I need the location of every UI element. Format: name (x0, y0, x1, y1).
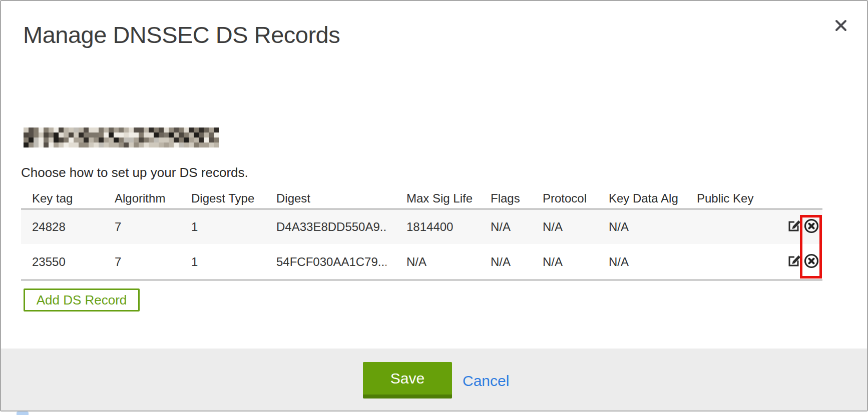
redacted-domain (24, 128, 219, 148)
page-title: Manage DNSSEC DS Records (23, 21, 340, 48)
cell-protocol: N/A (523, 244, 589, 280)
screen: Manage DNSSEC DS Records Choose how to s… (0, 0, 868, 415)
col-header-digest-type: Digest Type (171, 188, 256, 209)
cell-algorithm: 7 (95, 209, 171, 244)
delete-record-button[interactable] (803, 218, 819, 236)
cancel-link[interactable]: Cancel (463, 372, 509, 390)
cell-flags: N/A (471, 209, 523, 244)
close-button[interactable] (830, 15, 852, 37)
cell-key-data-alg: N/A (589, 244, 677, 280)
edit-record-button[interactable] (787, 254, 802, 270)
col-header-public-key: Public Key (677, 188, 782, 209)
delete-circle-x-icon (803, 218, 819, 236)
add-ds-record-button[interactable]: Add DS Record (24, 288, 140, 312)
manage-dnssec-modal: Manage DNSSEC DS Records Choose how to s… (0, 0, 868, 412)
edit-icon (787, 218, 802, 235)
cell-key-tag: 23550 (21, 244, 95, 280)
delete-record-button[interactable] (803, 253, 819, 270)
col-header-key-data-alg: Key Data Alg (589, 188, 677, 209)
background-page-artifact (17, 412, 29, 415)
cell-digest: D4A33E8DD550A9... (256, 209, 386, 244)
cell-max-sig-life: N/A (386, 244, 471, 280)
cell-algorithm: 7 (95, 244, 171, 280)
col-header-algorithm: Algorithm (95, 188, 171, 209)
edit-icon (787, 254, 802, 270)
cell-digest-type: 1 (171, 209, 256, 244)
edit-record-button[interactable] (787, 218, 802, 235)
cell-digest: 54FCF030AA1C79... (256, 244, 386, 280)
cell-digest-type: 1 (171, 244, 256, 280)
col-header-max-sig-life: Max Sig Life (386, 188, 471, 209)
save-button[interactable]: Save (363, 362, 452, 398)
col-header-actions (782, 188, 822, 209)
table-header-row: Key tag Algorithm Digest Type Digest Max… (21, 188, 822, 209)
col-header-key-tag: Key tag (21, 188, 95, 209)
table-row: 23550 7 1 54FCF030AA1C79... N/A N/A N/A … (21, 244, 822, 280)
col-header-flags: Flags (471, 188, 523, 209)
delete-circle-x-icon (803, 253, 819, 270)
cell-max-sig-life: 1814400 (386, 209, 471, 244)
modal-footer: Save Cancel (1, 348, 867, 410)
close-icon (834, 18, 848, 34)
cell-key-tag: 24828 (21, 209, 95, 244)
cell-flags: N/A (471, 244, 523, 280)
cell-protocol: N/A (523, 209, 589, 244)
cell-public-key (677, 244, 782, 280)
setup-instructions: Choose how to set up your DS records. (21, 165, 248, 180)
table-row: 24828 7 1 D4A33E8DD550A9... 1814400 N/A … (21, 209, 822, 244)
cell-public-key (677, 209, 782, 244)
cell-key-data-alg: N/A (589, 209, 677, 244)
ds-records-table: Key tag Algorithm Digest Type Digest Max… (21, 188, 822, 280)
col-header-digest: Digest (256, 188, 386, 209)
col-header-protocol: Protocol (523, 188, 589, 209)
